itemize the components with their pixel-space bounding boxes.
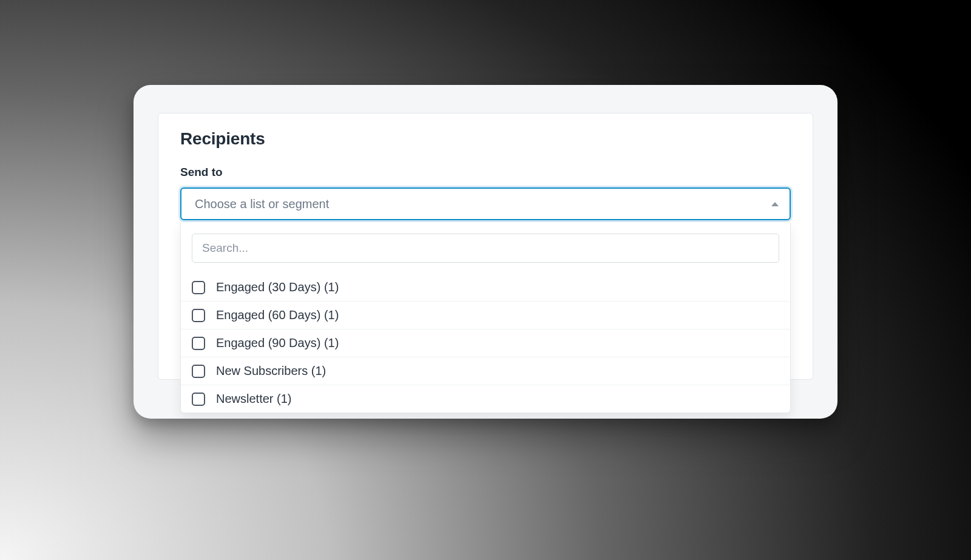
option-label: New Subscribers (1) <box>216 364 326 378</box>
option-label: Engaged (30 Days) (1) <box>216 280 339 294</box>
option-engaged-30[interactable]: Engaged (30 Days) (1) <box>181 274 790 301</box>
recipients-card: Recipients Send to Choose a list or segm… <box>158 113 813 380</box>
option-new-subscribers[interactable]: New Subscribers (1) <box>181 357 790 385</box>
option-newsletter[interactable]: Newsletter (1) <box>181 385 790 413</box>
option-label: Engaged (60 Days) (1) <box>216 308 339 322</box>
dropdown-placeholder: Choose a list or segment <box>195 197 329 211</box>
checkbox-icon[interactable] <box>192 365 205 378</box>
option-label: Newsletter (1) <box>216 392 291 406</box>
option-engaged-60[interactable]: Engaged (60 Days) (1) <box>181 301 790 329</box>
search-wrapper <box>181 223 790 274</box>
section-title: Recipients <box>180 129 791 149</box>
dropdown-trigger[interactable]: Choose a list or segment <box>180 187 791 220</box>
checkbox-icon[interactable] <box>192 281 205 294</box>
checkbox-icon[interactable] <box>192 309 205 322</box>
option-engaged-90[interactable]: Engaged (90 Days) (1) <box>181 329 790 357</box>
checkbox-icon[interactable] <box>192 337 205 350</box>
options-list: Engaged (30 Days) (1) Engaged (60 Days) … <box>181 274 790 413</box>
modal-container: Recipients Send to Choose a list or segm… <box>134 85 837 419</box>
recipients-dropdown: Choose a list or segment Engaged (30 Day… <box>180 187 791 220</box>
chevron-up-icon <box>771 202 779 206</box>
send-to-label: Send to <box>180 166 791 179</box>
dropdown-panel: Engaged (30 Days) (1) Engaged (60 Days) … <box>180 223 791 413</box>
option-label: Engaged (90 Days) (1) <box>216 336 339 350</box>
search-input[interactable] <box>192 234 779 263</box>
checkbox-icon[interactable] <box>192 393 205 406</box>
